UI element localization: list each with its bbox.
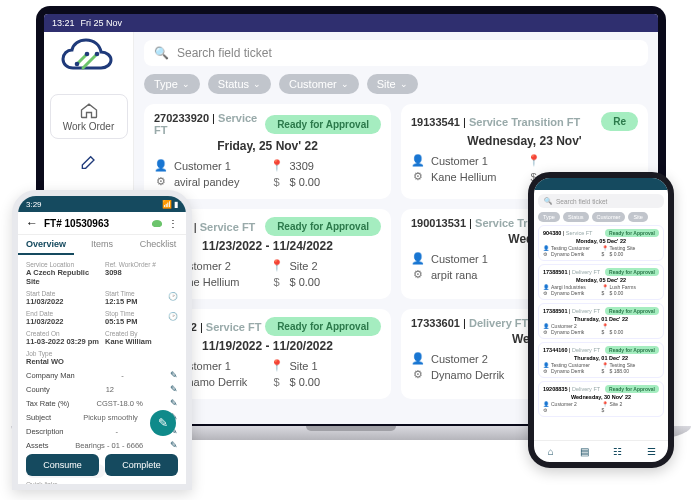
nav-user-icon[interactable]: ☰ [645, 446, 657, 458]
label: Job Type [26, 350, 99, 357]
chip-customer[interactable]: Customer [592, 212, 626, 222]
svg-point-0 [74, 62, 79, 67]
tab-overview[interactable]: Overview [18, 235, 74, 255]
status-badge: Ready for Approval [265, 217, 381, 236]
tabs: Overview Items Checklist [18, 235, 186, 255]
chip-status[interactable]: Status⌄ [208, 74, 271, 94]
pin-icon: 📍 [270, 359, 284, 372]
value: 11/03/2022 [26, 317, 99, 326]
nav-ticket-icon[interactable]: ▤ [578, 446, 590, 458]
label: Quick links [26, 481, 178, 488]
dollar-icon: $ [270, 176, 284, 188]
more-icon[interactable]: ⋮ [168, 218, 178, 229]
app-logo [59, 36, 119, 88]
value: 11/03/2022 [26, 297, 99, 306]
label: Service Location [26, 261, 99, 268]
detail-row: AssetsBearings - 01 - 6666✎ [26, 438, 178, 452]
fab-button[interactable]: ✎ [150, 410, 176, 436]
home-icon [79, 101, 99, 119]
nav-cal-icon[interactable]: ☷ [612, 446, 624, 458]
gear-icon: ⚙ [411, 268, 425, 281]
menubar-date: Fri 25 Nov [81, 18, 123, 28]
value: 3098 [105, 268, 178, 277]
svg-point-1 [84, 52, 89, 57]
value: Kane William [105, 337, 178, 346]
chip-site[interactable]: Site [628, 212, 647, 222]
user-icon: 👤 [411, 154, 425, 167]
ticket-card[interactable]: 270233920 | Service FTReady for Approval… [144, 104, 391, 199]
search-input[interactable]: 🔍 Search field ticket [144, 40, 648, 66]
consume-button[interactable]: Consume [26, 454, 99, 476]
status-badge: Re [601, 112, 638, 131]
chip-customer[interactable]: Customer⌄ [279, 74, 359, 94]
pin-icon: 📍 [270, 159, 284, 172]
phone-left: 3:29 📶 ▮ ← FT# 10530963 ⋮ Overview Items… [12, 190, 192, 490]
ticket-card[interactable]: 19208835 | Delivery FTReady for Approval… [538, 381, 664, 417]
sidebar-item-label: Work Order [63, 121, 115, 132]
chip-type[interactable]: Type⌄ [144, 74, 200, 94]
status-badge: Ready for Approval [265, 317, 381, 336]
menubar-time: 13:21 [52, 18, 75, 28]
label: End Date [26, 310, 99, 317]
chip-type[interactable]: Type [538, 212, 560, 222]
signal-icon: 📶 ▮ [162, 200, 178, 209]
detail-row: Company Man-✎ [26, 368, 178, 382]
clock-icon[interactable]: 🕑 [168, 312, 178, 321]
pen-icon [79, 151, 99, 169]
edit-icon[interactable]: ✎ [170, 398, 178, 408]
nav-home-icon[interactable]: ⌂ [545, 446, 557, 458]
dollar-icon: $ [270, 276, 284, 288]
page-title: FT# 10530963 [44, 218, 146, 229]
edit-icon[interactable]: ✎ [170, 440, 178, 450]
search-input[interactable]: 🔍Search field ticket [538, 194, 664, 208]
card-date: Wednesday, 23 Nov' [411, 134, 638, 148]
chevron-down-icon: ⌄ [341, 79, 349, 89]
sidebar-item-2[interactable] [50, 145, 128, 175]
gear-icon: ⚙ [154, 175, 168, 188]
label: Created By [105, 330, 178, 337]
filter-chips: Type⌄ Status⌄ Customer⌄ Site⌄ [144, 74, 648, 94]
mac-menubar: 13:21 Fri 25 Nov [44, 14, 658, 32]
card-date: Friday, 25 Nov' 22 [154, 139, 381, 153]
status-badge: Ready for Approval [605, 385, 659, 393]
search-icon: 🔍 [154, 46, 169, 60]
user-icon: 👤 [154, 159, 168, 172]
dollar-icon: $ [270, 376, 284, 388]
phone-statusbar [534, 178, 668, 190]
ticket-card[interactable]: 17388501 | Delivery FTReady for Approval… [538, 303, 664, 339]
chevron-down-icon: ⌄ [253, 79, 261, 89]
complete-button[interactable]: Complete [105, 454, 178, 476]
status-badge: Ready for Approval [605, 346, 659, 354]
edit-icon[interactable]: ✎ [170, 370, 178, 380]
tab-checklist[interactable]: Checklist [130, 235, 186, 255]
search-icon: 🔍 [544, 197, 552, 205]
chip-site[interactable]: Site⌄ [367, 74, 418, 94]
chip-status[interactable]: Status [563, 212, 589, 222]
pin-icon: 📍 [270, 259, 284, 272]
detail-row: County12✎ [26, 382, 178, 396]
tab-items[interactable]: Items [74, 235, 130, 255]
pin-icon: 📍 [527, 154, 541, 167]
ticket-card[interactable]: 17344160 | Delivery FTReady for Approval… [538, 342, 664, 378]
user-icon: 👤 [411, 252, 425, 265]
value: Rental WO [26, 357, 99, 366]
sidebar-item-workorder[interactable]: Work Order [50, 94, 128, 139]
value: A Czech Republic Site [26, 268, 99, 286]
chevron-down-icon: ⌄ [400, 79, 408, 89]
phone-statusbar: 3:29 📶 ▮ [18, 196, 186, 212]
user-icon: 👤 [411, 352, 425, 365]
detail-row: Tax Rate (%)CGST-18.0 %✎ [26, 396, 178, 410]
ticket-card[interactable]: 17388501 | Delivery FTReady for Approval… [538, 264, 664, 300]
clock-icon[interactable]: 🕑 [168, 292, 178, 301]
back-button[interactable]: ← [26, 216, 38, 230]
status-badge: Ready for Approval [605, 307, 659, 315]
value: 11-03-2022 03:29 pm [26, 337, 99, 346]
ticket-card[interactable]: 904380 | Service FTReady for Approval Mo… [538, 225, 664, 261]
bottom-nav: ⌂ ▤ ☷ ☰ [534, 440, 668, 462]
gear-icon: ⚙ [411, 170, 425, 183]
chevron-down-icon: ⌄ [182, 79, 190, 89]
label: Start Date [26, 290, 99, 297]
edit-icon[interactable]: ✎ [170, 384, 178, 394]
status-badge: Ready for Approval [265, 115, 381, 134]
phone-time: 3:29 [26, 200, 42, 209]
